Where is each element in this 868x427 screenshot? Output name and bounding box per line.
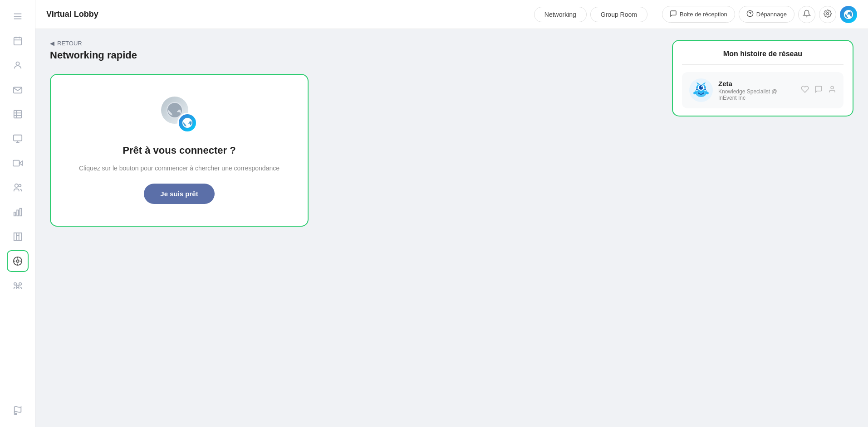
svg-point-26 [19, 283, 21, 286]
networking-nav-button[interactable]: Networking [534, 7, 587, 22]
left-panel: ◀ RETOUR Networking rapide [50, 40, 661, 416]
history-user-avatar [689, 78, 713, 102]
svg-point-24 [16, 260, 19, 262]
svg-rect-17 [13, 160, 19, 166]
chat-icon [670, 10, 677, 19]
svg-rect-22 [20, 209, 21, 216]
right-panel: Mon histoire de réseau [672, 40, 853, 416]
svg-point-42 [701, 86, 703, 87]
connect-title: Prêt à vous connecter ? [123, 145, 235, 156]
sidebar-item-inbox[interactable] [7, 79, 29, 101]
svg-marker-16 [19, 161, 22, 165]
troubleshoot-button[interactable]: Dépannage [739, 6, 794, 23]
sidebar-item-video[interactable] [7, 152, 29, 174]
sidebar-item-people[interactable] [7, 177, 29, 199]
history-user-name: Zeta [718, 80, 795, 87]
user-avatar[interactable] [840, 6, 857, 23]
svg-rect-21 [17, 210, 19, 216]
topbar-right: Boite de réception Dépannage [662, 6, 857, 23]
settings-icon [824, 10, 832, 19]
svg-point-7 [16, 62, 19, 65]
content-area: ◀ RETOUR Networking rapide [35, 29, 868, 427]
page-title: Networking rapide [50, 49, 661, 61]
sidebar-item-person[interactable] [7, 54, 29, 76]
history-card: Mon histoire de réseau [672, 40, 853, 116]
inbox-button[interactable]: Boite de réception [662, 6, 735, 23]
svg-rect-13 [13, 135, 21, 141]
chat-bubble-icon[interactable] [814, 85, 823, 96]
group-room-nav-button[interactable]: Group Room [590, 7, 647, 22]
svg-rect-3 [14, 38, 21, 45]
history-divider [682, 64, 843, 65]
breadcrumb-label: RETOUR [57, 40, 82, 47]
troubleshoot-label: Dépannage [756, 11, 787, 18]
help-icon [746, 10, 754, 19]
svg-rect-9 [14, 111, 21, 118]
sidebar-item-networking[interactable] [7, 250, 29, 272]
sidebar-item-building[interactable] [7, 226, 29, 247]
history-title: Mon histoire de réseau [682, 50, 843, 58]
notifications-button[interactable] [798, 6, 815, 23]
person-add-icon[interactable] [828, 85, 836, 96]
history-user-role: Knowledge Specialist @ InEvent Inc [718, 88, 795, 101]
main-wrapper: Virtual Lobby Networking Group Room Boit… [35, 0, 868, 427]
sidebar-item-table[interactable] [7, 103, 29, 125]
sidebar-item-menu[interactable] [7, 5, 29, 27]
connect-card: Prêt à vous connecter ? Cliquez sur le b… [50, 74, 309, 227]
breadcrumb[interactable]: ◀ RETOUR [50, 40, 661, 47]
connect-illustration [161, 97, 197, 133]
svg-point-18 [15, 184, 18, 187]
svg-point-44 [696, 88, 698, 90]
sidebar-item-flag[interactable] [7, 400, 29, 422]
history-actions [801, 85, 836, 96]
inbox-label: Boite de réception [680, 11, 727, 18]
svg-point-19 [18, 184, 21, 187]
svg-point-32 [827, 12, 829, 15]
topbar: Virtual Lobby Networking Group Room Boit… [35, 0, 868, 29]
svg-rect-23 [14, 233, 21, 241]
sidebar [0, 0, 35, 427]
connect-subtitle: Cliquez sur le bouton pour commencer à c… [79, 165, 280, 172]
app-title: Virtual Lobby [46, 10, 98, 19]
sidebar-item-group[interactable] [7, 275, 29, 296]
bell-icon [803, 10, 811, 19]
sidebar-item-chart[interactable] [7, 201, 29, 223]
settings-button[interactable] [819, 6, 836, 23]
svg-point-51 [831, 86, 834, 89]
svg-point-25 [14, 283, 16, 286]
history-user-info: Zeta Knowledge Specialist @ InEvent Inc [718, 80, 795, 101]
svg-point-46 [704, 88, 706, 90]
topbar-nav: Networking Group Room [534, 7, 647, 22]
svg-point-29 [15, 413, 17, 415]
sidebar-item-calendar[interactable] [7, 30, 29, 52]
svg-rect-20 [14, 212, 15, 216]
back-arrow-icon: ◀ [50, 40, 54, 47]
ready-button[interactable]: Je suis prêt [144, 184, 214, 204]
globe-secondary-icon [177, 113, 197, 133]
sidebar-item-monitor[interactable] [7, 128, 29, 150]
heart-icon[interactable] [801, 85, 809, 96]
history-item: Zeta Knowledge Specialist @ InEvent Inc [682, 72, 843, 108]
